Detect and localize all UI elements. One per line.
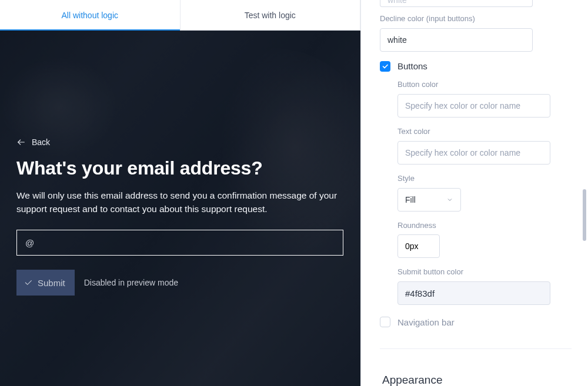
style-select[interactable]: Fill	[397, 188, 461, 212]
buttons-checkbox[interactable]	[380, 61, 390, 72]
back-button[interactable]: Back	[16, 137, 344, 147]
tab-label: All without logic	[62, 11, 119, 20]
check-icon	[24, 278, 33, 287]
tab-all-without-logic[interactable]: All without logic	[0, 0, 181, 30]
button-color-input[interactable]	[397, 94, 550, 118]
submit-button-color-input[interactable]	[397, 281, 550, 305]
section-divider	[380, 348, 572, 349]
buttons-label: Buttons	[397, 61, 427, 71]
partial-field[interactable]	[380, 0, 533, 7]
disabled-note: Disabled in preview mode	[84, 278, 178, 287]
submit-button[interactable]: Submit	[16, 270, 75, 296]
scrollbar[interactable]	[580, 5, 587, 378]
submit-label: Submit	[38, 278, 65, 288]
navigation-bar-checkbox[interactable]	[380, 317, 390, 327]
arrow-left-icon	[16, 137, 26, 147]
roundness-label: Roundness	[397, 221, 572, 231]
decline-color-label: Decline color (input buttons)	[380, 14, 572, 24]
text-color-input[interactable]	[397, 141, 550, 165]
chevron-down-icon	[446, 196, 453, 203]
text-color-label: Text color	[397, 127, 572, 137]
tab-test-with-logic[interactable]: Test with logic	[181, 0, 361, 30]
submit-button-color-label: Submit button color	[397, 267, 572, 277]
settings-panel: Decline color (input buttons) Buttons Bu…	[361, 0, 588, 386]
scrollbar-thumb[interactable]	[583, 189, 586, 241]
decline-color-input[interactable]	[380, 28, 533, 52]
back-label: Back	[32, 137, 50, 147]
form-preview: Back What's your email address? We will …	[0, 31, 360, 386]
check-icon	[382, 63, 389, 70]
question-description: We will only use this email address to s…	[16, 189, 344, 216]
navigation-bar-checkbox-row[interactable]: Navigation bar	[380, 317, 572, 327]
navigation-bar-label: Navigation bar	[397, 317, 455, 327]
style-value: Fill	[405, 195, 416, 204]
roundness-input[interactable]	[397, 234, 440, 258]
buttons-checkbox-row[interactable]: Buttons	[380, 61, 572, 72]
button-color-label: Button color	[397, 80, 572, 90]
appearance-section-title: Appearance	[382, 374, 572, 386]
email-field[interactable]	[16, 230, 343, 256]
style-label: Style	[397, 174, 572, 184]
question-title: What's your email address?	[16, 157, 344, 179]
tab-label: Test with logic	[245, 11, 296, 20]
preview-tabs: All without logic Test with logic	[0, 0, 360, 31]
preview-panel: All without logic Test with logic Back W…	[0, 0, 361, 386]
